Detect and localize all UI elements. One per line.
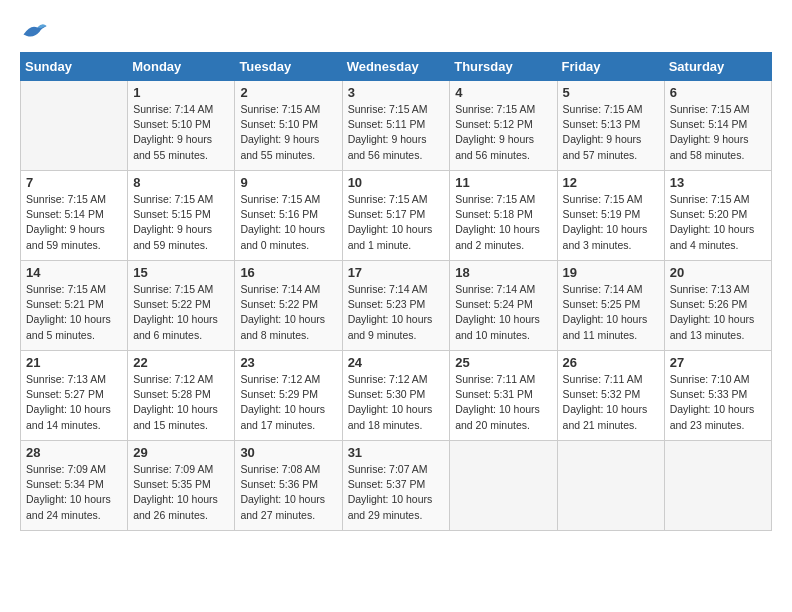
calendar-cell: 20Sunrise: 7:13 AM Sunset: 5:26 PM Dayli… (664, 261, 771, 351)
day-info: Sunrise: 7:15 AM Sunset: 5:22 PM Dayligh… (133, 282, 229, 343)
day-info: Sunrise: 7:14 AM Sunset: 5:25 PM Dayligh… (563, 282, 659, 343)
weekday-header-tuesday: Tuesday (235, 53, 342, 81)
calendar-cell: 25Sunrise: 7:11 AM Sunset: 5:31 PM Dayli… (450, 351, 557, 441)
calendar-week-row: 7Sunrise: 7:15 AM Sunset: 5:14 PM Daylig… (21, 171, 772, 261)
day-number: 3 (348, 85, 445, 100)
calendar-cell (450, 441, 557, 531)
day-number: 19 (563, 265, 659, 280)
day-info: Sunrise: 7:15 AM Sunset: 5:13 PM Dayligh… (563, 102, 659, 163)
day-number: 26 (563, 355, 659, 370)
calendar-cell: 24Sunrise: 7:12 AM Sunset: 5:30 PM Dayli… (342, 351, 450, 441)
calendar-cell: 15Sunrise: 7:15 AM Sunset: 5:22 PM Dayli… (128, 261, 235, 351)
day-info: Sunrise: 7:14 AM Sunset: 5:24 PM Dayligh… (455, 282, 551, 343)
day-info: Sunrise: 7:14 AM Sunset: 5:10 PM Dayligh… (133, 102, 229, 163)
day-info: Sunrise: 7:15 AM Sunset: 5:14 PM Dayligh… (26, 192, 122, 253)
day-info: Sunrise: 7:14 AM Sunset: 5:22 PM Dayligh… (240, 282, 336, 343)
day-number: 15 (133, 265, 229, 280)
day-info: Sunrise: 7:15 AM Sunset: 5:16 PM Dayligh… (240, 192, 336, 253)
calendar-week-row: 21Sunrise: 7:13 AM Sunset: 5:27 PM Dayli… (21, 351, 772, 441)
day-number: 14 (26, 265, 122, 280)
day-info: Sunrise: 7:12 AM Sunset: 5:29 PM Dayligh… (240, 372, 336, 433)
day-number: 23 (240, 355, 336, 370)
calendar-cell: 1Sunrise: 7:14 AM Sunset: 5:10 PM Daylig… (128, 81, 235, 171)
calendar-cell: 10Sunrise: 7:15 AM Sunset: 5:17 PM Dayli… (342, 171, 450, 261)
day-info: Sunrise: 7:12 AM Sunset: 5:28 PM Dayligh… (133, 372, 229, 433)
logo-bird-icon (20, 20, 48, 42)
day-info: Sunrise: 7:13 AM Sunset: 5:26 PM Dayligh… (670, 282, 766, 343)
day-number: 4 (455, 85, 551, 100)
calendar-cell: 4Sunrise: 7:15 AM Sunset: 5:12 PM Daylig… (450, 81, 557, 171)
calendar-cell: 28Sunrise: 7:09 AM Sunset: 5:34 PM Dayli… (21, 441, 128, 531)
day-number: 21 (26, 355, 122, 370)
day-info: Sunrise: 7:15 AM Sunset: 5:10 PM Dayligh… (240, 102, 336, 163)
day-info: Sunrise: 7:15 AM Sunset: 5:15 PM Dayligh… (133, 192, 229, 253)
day-info: Sunrise: 7:12 AM Sunset: 5:30 PM Dayligh… (348, 372, 445, 433)
calendar-cell: 16Sunrise: 7:14 AM Sunset: 5:22 PM Dayli… (235, 261, 342, 351)
calendar-cell: 7Sunrise: 7:15 AM Sunset: 5:14 PM Daylig… (21, 171, 128, 261)
day-number: 1 (133, 85, 229, 100)
calendar-cell: 5Sunrise: 7:15 AM Sunset: 5:13 PM Daylig… (557, 81, 664, 171)
calendar-cell: 12Sunrise: 7:15 AM Sunset: 5:19 PM Dayli… (557, 171, 664, 261)
calendar-header-row: SundayMondayTuesdayWednesdayThursdayFrid… (21, 53, 772, 81)
day-number: 17 (348, 265, 445, 280)
day-info: Sunrise: 7:15 AM Sunset: 5:20 PM Dayligh… (670, 192, 766, 253)
day-number: 16 (240, 265, 336, 280)
day-info: Sunrise: 7:15 AM Sunset: 5:14 PM Dayligh… (670, 102, 766, 163)
calendar-cell (664, 441, 771, 531)
calendar-cell: 11Sunrise: 7:15 AM Sunset: 5:18 PM Dayli… (450, 171, 557, 261)
day-info: Sunrise: 7:13 AM Sunset: 5:27 PM Dayligh… (26, 372, 122, 433)
day-number: 27 (670, 355, 766, 370)
calendar-week-row: 14Sunrise: 7:15 AM Sunset: 5:21 PM Dayli… (21, 261, 772, 351)
calendar-cell: 6Sunrise: 7:15 AM Sunset: 5:14 PM Daylig… (664, 81, 771, 171)
day-number: 20 (670, 265, 766, 280)
day-number: 8 (133, 175, 229, 190)
day-number: 12 (563, 175, 659, 190)
day-number: 10 (348, 175, 445, 190)
calendar-cell: 9Sunrise: 7:15 AM Sunset: 5:16 PM Daylig… (235, 171, 342, 261)
weekday-header-friday: Friday (557, 53, 664, 81)
logo (20, 20, 52, 42)
day-info: Sunrise: 7:09 AM Sunset: 5:34 PM Dayligh… (26, 462, 122, 523)
calendar-table: SundayMondayTuesdayWednesdayThursdayFrid… (20, 52, 772, 531)
day-info: Sunrise: 7:09 AM Sunset: 5:35 PM Dayligh… (133, 462, 229, 523)
day-number: 31 (348, 445, 445, 460)
calendar-cell: 13Sunrise: 7:15 AM Sunset: 5:20 PM Dayli… (664, 171, 771, 261)
day-number: 18 (455, 265, 551, 280)
calendar-week-row: 28Sunrise: 7:09 AM Sunset: 5:34 PM Dayli… (21, 441, 772, 531)
day-info: Sunrise: 7:11 AM Sunset: 5:32 PM Dayligh… (563, 372, 659, 433)
calendar-cell (557, 441, 664, 531)
calendar-cell: 27Sunrise: 7:10 AM Sunset: 5:33 PM Dayli… (664, 351, 771, 441)
calendar-cell: 23Sunrise: 7:12 AM Sunset: 5:29 PM Dayli… (235, 351, 342, 441)
day-number: 29 (133, 445, 229, 460)
day-info: Sunrise: 7:15 AM Sunset: 5:11 PM Dayligh… (348, 102, 445, 163)
day-info: Sunrise: 7:10 AM Sunset: 5:33 PM Dayligh… (670, 372, 766, 433)
day-info: Sunrise: 7:15 AM Sunset: 5:19 PM Dayligh… (563, 192, 659, 253)
calendar-cell: 21Sunrise: 7:13 AM Sunset: 5:27 PM Dayli… (21, 351, 128, 441)
weekday-header-wednesday: Wednesday (342, 53, 450, 81)
day-number: 9 (240, 175, 336, 190)
day-number: 11 (455, 175, 551, 190)
calendar-cell: 17Sunrise: 7:14 AM Sunset: 5:23 PM Dayli… (342, 261, 450, 351)
day-number: 13 (670, 175, 766, 190)
calendar-cell: 26Sunrise: 7:11 AM Sunset: 5:32 PM Dayli… (557, 351, 664, 441)
day-number: 30 (240, 445, 336, 460)
day-number: 6 (670, 85, 766, 100)
calendar-cell: 8Sunrise: 7:15 AM Sunset: 5:15 PM Daylig… (128, 171, 235, 261)
day-info: Sunrise: 7:15 AM Sunset: 5:12 PM Dayligh… (455, 102, 551, 163)
calendar-week-row: 1Sunrise: 7:14 AM Sunset: 5:10 PM Daylig… (21, 81, 772, 171)
weekday-header-sunday: Sunday (21, 53, 128, 81)
day-number: 7 (26, 175, 122, 190)
weekday-header-thursday: Thursday (450, 53, 557, 81)
day-number: 24 (348, 355, 445, 370)
weekday-header-saturday: Saturday (664, 53, 771, 81)
calendar-cell: 18Sunrise: 7:14 AM Sunset: 5:24 PM Dayli… (450, 261, 557, 351)
calendar-cell: 29Sunrise: 7:09 AM Sunset: 5:35 PM Dayli… (128, 441, 235, 531)
page-header (20, 20, 772, 42)
day-info: Sunrise: 7:08 AM Sunset: 5:36 PM Dayligh… (240, 462, 336, 523)
calendar-cell: 19Sunrise: 7:14 AM Sunset: 5:25 PM Dayli… (557, 261, 664, 351)
day-number: 28 (26, 445, 122, 460)
day-info: Sunrise: 7:11 AM Sunset: 5:31 PM Dayligh… (455, 372, 551, 433)
weekday-header-monday: Monday (128, 53, 235, 81)
calendar-cell: 2Sunrise: 7:15 AM Sunset: 5:10 PM Daylig… (235, 81, 342, 171)
day-info: Sunrise: 7:07 AM Sunset: 5:37 PM Dayligh… (348, 462, 445, 523)
